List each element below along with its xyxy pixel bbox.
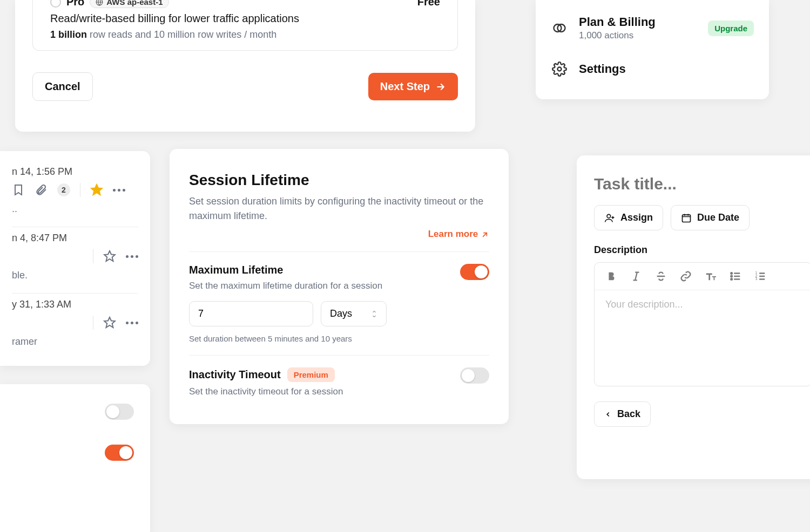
svg-point-7 [731,276,732,277]
inactivity-timeout-toggle[interactable] [460,367,489,384]
bullet-list-icon[interactable] [730,270,741,282]
upgrade-badge[interactable]: Upgrade [708,21,754,36]
setting-toggle-a[interactable] [105,404,134,420]
max-lifetime-sub: Set the maximum lifetime duration for a … [189,281,382,291]
text-size-icon[interactable] [705,270,717,282]
external-link-icon [481,230,489,239]
editor-toolbar: 123 [595,263,810,290]
bold-icon[interactable] [605,270,617,282]
session-subtitle: Set session duration limits by configuri… [189,194,489,223]
attachment-count: 2 [57,183,70,196]
user-plus-icon [604,213,615,223]
svg-point-3 [558,67,562,71]
globe-icon [96,0,103,6]
mail-item[interactable]: n 14, 1:56 PM 2 .. [12,161,138,227]
due-date-button[interactable]: Due Date [671,205,750,230]
next-step-button[interactable]: Next Step [368,73,458,100]
strikethrough-icon[interactable] [655,270,667,282]
link-icon[interactable] [680,270,692,282]
premium-badge: Premium [287,367,335,382]
svg-point-6 [731,272,732,274]
learn-more-link[interactable]: Learn more [189,229,489,240]
star-filled-icon[interactable] [90,183,103,196]
toggle-panel [0,384,150,532]
arrow-right-icon [435,81,446,92]
plan-name: Pro [66,0,84,8]
italic-icon[interactable] [630,270,642,282]
bookmark-icon[interactable] [12,183,25,196]
account-nav-card: Plan & Billing 1,000 actions Upgrade Set… [536,0,769,99]
session-title: Session Lifetime [189,172,489,189]
svg-point-0 [97,0,103,5]
stepper-icon [371,309,377,319]
paperclip-icon[interactable] [35,183,48,196]
plan-radio[interactable] [50,0,61,8]
more-icon[interactable] [113,189,125,192]
calendar-icon [681,213,692,223]
max-lifetime-toggle[interactable] [460,264,489,280]
description-editor: 123 Your description... [594,262,810,386]
plan-option-pro[interactable]: Pro AWS ap-east-1 Free Read/write-based … [32,0,458,51]
svg-rect-5 [683,215,691,222]
mail-list-card: n 14, 1:56 PM 2 .. n 4, 8:47 PM ble. y 3… [0,151,150,366]
max-lifetime-unit-select[interactable]: Days [321,301,387,326]
plan-selection-card: Pro AWS ap-east-1 Free Read/write-based … [15,0,475,132]
svg-point-4 [607,214,611,218]
chevron-left-icon [604,411,612,418]
plan-provider-badge: AWS ap-east-1 [90,0,168,8]
cancel-button[interactable]: Cancel [32,72,93,101]
star-outline-icon[interactable] [103,316,116,329]
inactivity-timeout-sub: Set the inactivity timeout for a session [189,386,343,397]
max-lifetime-value-input[interactable] [189,301,313,326]
plan-billing-icon [551,19,568,37]
max-lifetime-title: Maximum Lifetime [189,264,382,276]
nav-settings[interactable]: Settings [536,51,769,87]
assign-button[interactable]: Assign [594,205,663,230]
numbered-list-icon[interactable]: 123 [754,270,766,282]
plan-description: Read/write-based billing for lower traff… [50,12,440,25]
nav-plan-billing[interactable]: Plan & Billing 1,000 actions Upgrade [536,5,769,51]
plan-detail: 1 billion row reads and 10 million row w… [50,29,440,40]
svg-point-8 [731,278,732,280]
plan-price: Free [417,0,440,8]
gear-icon [551,60,568,78]
inactivity-timeout-title: Inactivity Timeout Premium [189,367,343,382]
more-icon[interactable] [126,255,138,258]
description-textarea[interactable]: Your description... [595,290,810,319]
mail-item[interactable]: n 4, 8:47 PM ble. [12,227,138,294]
mail-item[interactable]: y 31, 1:33 AM ramer [12,294,138,359]
session-lifetime-card: Session Lifetime Set session duration li… [170,149,509,424]
description-label: Description [594,244,810,256]
max-lifetime-help: Set duration between 5 minutes and 10 ye… [189,334,489,343]
svg-text:3: 3 [755,277,758,281]
more-icon[interactable] [126,322,138,324]
back-button[interactable]: Back [594,401,651,427]
setting-toggle-b[interactable] [105,445,134,461]
star-outline-icon[interactable] [103,250,116,263]
create-task-card: Assign Due Date Description 123 Your des… [577,155,810,479]
task-title-input[interactable] [594,175,810,193]
